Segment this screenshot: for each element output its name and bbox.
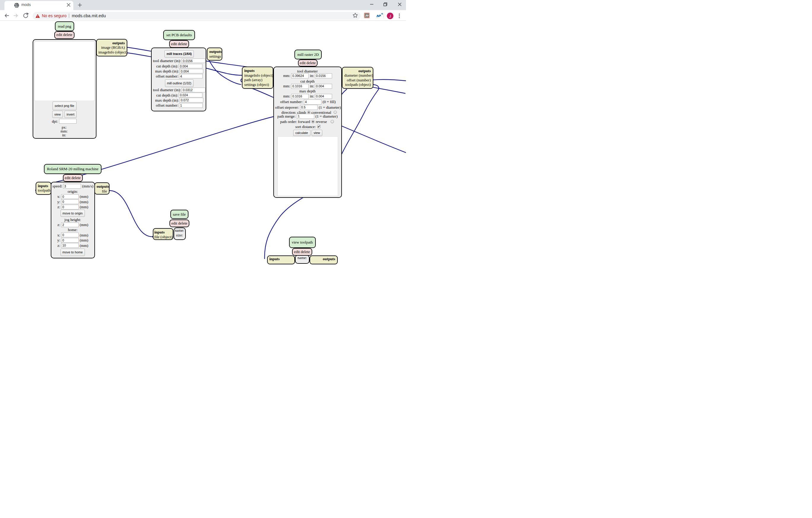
svg-text:J: J xyxy=(389,14,391,19)
